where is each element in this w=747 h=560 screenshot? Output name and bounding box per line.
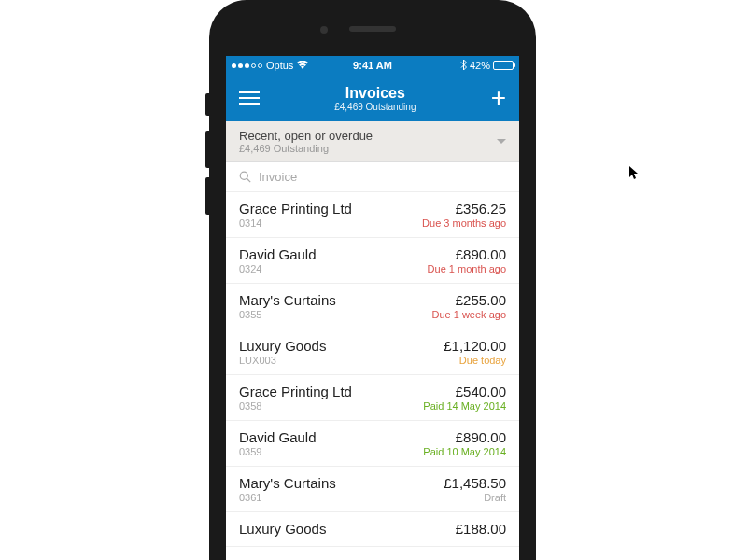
invoice-amount: £890.00 [428, 246, 506, 262]
invoice-row[interactable]: David Gauld0359£890.00Paid 10 May 2014 [226, 421, 519, 467]
invoice-status: Draft [444, 492, 506, 503]
carrier-label: Optus [266, 60, 293, 71]
invoice-customer: Mary's Curtains [239, 292, 336, 308]
invoice-ref: 0361 [239, 492, 336, 503]
nav-title-block: Invoices £4,469 Outstanding [260, 85, 491, 112]
invoice-amount: £255.00 [432, 292, 507, 308]
chevron-down-icon [497, 139, 506, 144]
search-icon [239, 171, 251, 183]
invoice-amount: £1,120.00 [444, 338, 506, 354]
battery-percent: 42% [470, 60, 490, 71]
invoice-amount: £1,458.50 [444, 475, 506, 491]
svg-line-1 [247, 179, 251, 183]
filter-subtitle: £4,469 Outstanding [239, 143, 373, 154]
invoice-ref: LUX003 [239, 355, 326, 366]
filter-title: Recent, open or overdue [239, 129, 373, 143]
invoice-status: Paid 10 May 2014 [423, 446, 506, 457]
phone-mute-switch [205, 93, 209, 116]
invoice-ref: 0355 [239, 309, 336, 320]
status-left: Optus [232, 60, 308, 71]
status-time: 9:41 AM [353, 60, 392, 71]
battery-icon [493, 61, 514, 70]
invoice-customer: Grace Printing Ltd [239, 384, 352, 399]
invoice-ref: 0314 [239, 217, 352, 229]
filter-dropdown[interactable]: Recent, open or overdue £4,469 Outstandi… [226, 121, 519, 162]
status-bar: Optus 9:41 AM 42% [226, 56, 519, 75]
nav-bar: Invoices £4,469 Outstanding + [226, 75, 519, 121]
invoice-row[interactable]: Mary's Curtains0361£1,458.50Draft [226, 467, 519, 512]
invoice-ref: 0358 [239, 400, 352, 412]
invoice-status: Due today [444, 355, 506, 366]
invoice-row[interactable]: Luxury GoodsLUX003£1,120.00Due today [226, 329, 519, 375]
status-right: 42% [460, 60, 514, 72]
invoice-row[interactable]: Grace Printing Ltd0314£356.25Due 3 month… [226, 192, 519, 238]
invoice-row[interactable]: Luxury Goods£188.00 [226, 512, 519, 547]
invoice-customer: Mary's Curtains [239, 475, 336, 491]
invoice-ref: 0324 [239, 263, 317, 274]
search-bar[interactable]: Invoice [226, 162, 519, 192]
invoice-amount: £356.25 [422, 201, 506, 217]
invoice-customer: Luxury Goods [239, 521, 326, 537]
svg-point-0 [240, 172, 247, 179]
wifi-icon [297, 60, 308, 71]
menu-button[interactable] [239, 91, 260, 105]
phone-frame: Optus 9:41 AM 42% Invoices £4,469 Outsta… [209, 0, 536, 560]
invoice-status: Due 1 week ago [432, 309, 507, 320]
invoice-customer: David Gauld [239, 246, 317, 262]
invoice-status: Paid 14 May 2014 [423, 400, 506, 412]
mouse-cursor-icon [629, 166, 641, 184]
phone-camera [320, 26, 328, 34]
invoice-row[interactable]: Mary's Curtains0355£255.00Due 1 week ago [226, 284, 519, 329]
invoice-customer: Grace Printing Ltd [239, 201, 352, 217]
invoice-amount: £188.00 [456, 521, 506, 537]
invoice-status: Due 1 month ago [428, 263, 506, 274]
add-invoice-button[interactable]: + [491, 85, 506, 111]
invoice-list: Grace Printing Ltd0314£356.25Due 3 month… [226, 192, 519, 547]
signal-strength-icon [232, 63, 262, 68]
invoice-status: Due 3 months ago [422, 217, 506, 229]
screen: Optus 9:41 AM 42% Invoices £4,469 Outsta… [226, 56, 519, 560]
invoice-ref: 0359 [239, 446, 317, 457]
phone-volume-down [205, 177, 209, 215]
page-title: Invoices [260, 85, 491, 102]
phone-speaker [349, 26, 396, 32]
invoice-amount: £890.00 [423, 429, 506, 445]
page-subtitle: £4,469 Outstanding [260, 102, 491, 112]
invoice-amount: £540.00 [423, 384, 506, 399]
invoice-customer: Luxury Goods [239, 338, 326, 354]
invoice-row[interactable]: Grace Printing Ltd0358£540.00Paid 14 May… [226, 375, 519, 421]
bluetooth-icon [460, 60, 467, 72]
invoice-row[interactable]: David Gauld0324£890.00Due 1 month ago [226, 238, 519, 284]
phone-volume-up [205, 131, 209, 168]
invoice-customer: David Gauld [239, 429, 317, 445]
search-placeholder: Invoice [259, 170, 297, 184]
